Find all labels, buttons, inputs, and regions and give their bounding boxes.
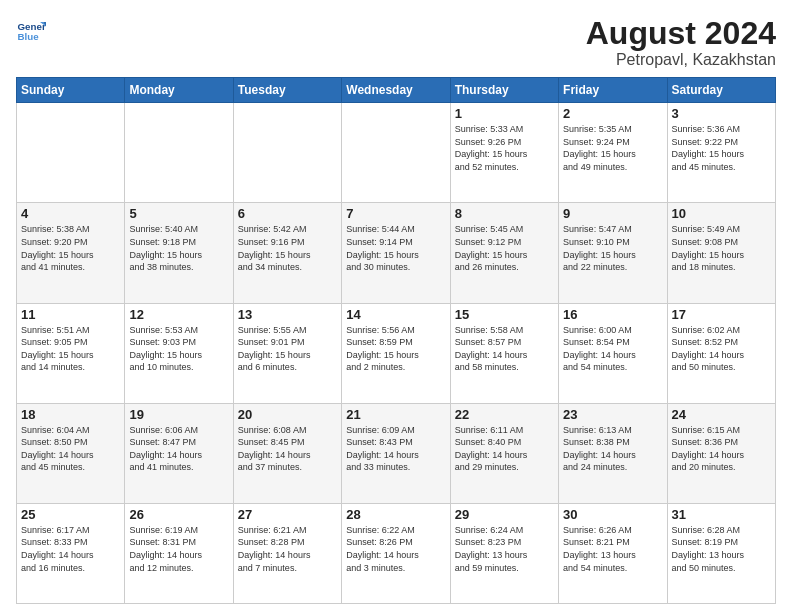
day-info: Sunrise: 5:44 AM Sunset: 9:14 PM Dayligh… xyxy=(346,223,445,273)
day-number: 25 xyxy=(21,507,120,522)
day-number: 26 xyxy=(129,507,228,522)
table-row: 19Sunrise: 6:06 AM Sunset: 8:47 PM Dayli… xyxy=(125,403,233,503)
day-number: 13 xyxy=(238,307,337,322)
day-info: Sunrise: 6:11 AM Sunset: 8:40 PM Dayligh… xyxy=(455,424,554,474)
day-number: 9 xyxy=(563,206,662,221)
day-info: Sunrise: 5:56 AM Sunset: 8:59 PM Dayligh… xyxy=(346,324,445,374)
table-row: 3Sunrise: 5:36 AM Sunset: 9:22 PM Daylig… xyxy=(667,103,775,203)
day-number: 12 xyxy=(129,307,228,322)
table-row: 16Sunrise: 6:00 AM Sunset: 8:54 PM Dayli… xyxy=(559,303,667,403)
day-info: Sunrise: 6:22 AM Sunset: 8:26 PM Dayligh… xyxy=(346,524,445,574)
day-number: 14 xyxy=(346,307,445,322)
day-number: 18 xyxy=(21,407,120,422)
col-tuesday: Tuesday xyxy=(233,78,341,103)
calendar-week-row: 25Sunrise: 6:17 AM Sunset: 8:33 PM Dayli… xyxy=(17,503,776,603)
day-number: 10 xyxy=(672,206,771,221)
day-number: 19 xyxy=(129,407,228,422)
col-friday: Friday xyxy=(559,78,667,103)
table-row: 8Sunrise: 5:45 AM Sunset: 9:12 PM Daylig… xyxy=(450,203,558,303)
title-area: August 2024 Petropavl, Kazakhstan xyxy=(586,16,776,69)
table-row: 24Sunrise: 6:15 AM Sunset: 8:36 PM Dayli… xyxy=(667,403,775,503)
page-subtitle: Petropavl, Kazakhstan xyxy=(586,51,776,69)
table-row: 7Sunrise: 5:44 AM Sunset: 9:14 PM Daylig… xyxy=(342,203,450,303)
day-number: 16 xyxy=(563,307,662,322)
day-info: Sunrise: 5:33 AM Sunset: 9:26 PM Dayligh… xyxy=(455,123,554,173)
day-number: 28 xyxy=(346,507,445,522)
col-sunday: Sunday xyxy=(17,78,125,103)
day-info: Sunrise: 6:00 AM Sunset: 8:54 PM Dayligh… xyxy=(563,324,662,374)
table-row: 9Sunrise: 5:47 AM Sunset: 9:10 PM Daylig… xyxy=(559,203,667,303)
table-row: 10Sunrise: 5:49 AM Sunset: 9:08 PM Dayli… xyxy=(667,203,775,303)
day-info: Sunrise: 6:24 AM Sunset: 8:23 PM Dayligh… xyxy=(455,524,554,574)
day-info: Sunrise: 6:13 AM Sunset: 8:38 PM Dayligh… xyxy=(563,424,662,474)
day-number: 31 xyxy=(672,507,771,522)
col-saturday: Saturday xyxy=(667,78,775,103)
day-number: 23 xyxy=(563,407,662,422)
table-row: 20Sunrise: 6:08 AM Sunset: 8:45 PM Dayli… xyxy=(233,403,341,503)
table-row: 29Sunrise: 6:24 AM Sunset: 8:23 PM Dayli… xyxy=(450,503,558,603)
day-info: Sunrise: 6:06 AM Sunset: 8:47 PM Dayligh… xyxy=(129,424,228,474)
day-info: Sunrise: 5:55 AM Sunset: 9:01 PM Dayligh… xyxy=(238,324,337,374)
table-row: 5Sunrise: 5:40 AM Sunset: 9:18 PM Daylig… xyxy=(125,203,233,303)
table-row: 21Sunrise: 6:09 AM Sunset: 8:43 PM Dayli… xyxy=(342,403,450,503)
table-row: 13Sunrise: 5:55 AM Sunset: 9:01 PM Dayli… xyxy=(233,303,341,403)
table-row: 4Sunrise: 5:38 AM Sunset: 9:20 PM Daylig… xyxy=(17,203,125,303)
table-row: 18Sunrise: 6:04 AM Sunset: 8:50 PM Dayli… xyxy=(17,403,125,503)
day-info: Sunrise: 6:26 AM Sunset: 8:21 PM Dayligh… xyxy=(563,524,662,574)
day-info: Sunrise: 6:08 AM Sunset: 8:45 PM Dayligh… xyxy=(238,424,337,474)
day-number: 4 xyxy=(21,206,120,221)
day-number: 6 xyxy=(238,206,337,221)
day-number: 22 xyxy=(455,407,554,422)
calendar-week-row: 4Sunrise: 5:38 AM Sunset: 9:20 PM Daylig… xyxy=(17,203,776,303)
day-number: 20 xyxy=(238,407,337,422)
day-info: Sunrise: 5:42 AM Sunset: 9:16 PM Dayligh… xyxy=(238,223,337,273)
calendar-week-row: 18Sunrise: 6:04 AM Sunset: 8:50 PM Dayli… xyxy=(17,403,776,503)
day-number: 3 xyxy=(672,106,771,121)
day-number: 5 xyxy=(129,206,228,221)
table-row: 15Sunrise: 5:58 AM Sunset: 8:57 PM Dayli… xyxy=(450,303,558,403)
day-info: Sunrise: 6:04 AM Sunset: 8:50 PM Dayligh… xyxy=(21,424,120,474)
day-number: 21 xyxy=(346,407,445,422)
calendar-week-row: 11Sunrise: 5:51 AM Sunset: 9:05 PM Dayli… xyxy=(17,303,776,403)
logo: General Blue xyxy=(16,16,46,46)
day-info: Sunrise: 5:51 AM Sunset: 9:05 PM Dayligh… xyxy=(21,324,120,374)
table-row: 28Sunrise: 6:22 AM Sunset: 8:26 PM Dayli… xyxy=(342,503,450,603)
day-info: Sunrise: 5:53 AM Sunset: 9:03 PM Dayligh… xyxy=(129,324,228,374)
table-row xyxy=(17,103,125,203)
calendar-week-row: 1Sunrise: 5:33 AM Sunset: 9:26 PM Daylig… xyxy=(17,103,776,203)
day-info: Sunrise: 5:47 AM Sunset: 9:10 PM Dayligh… xyxy=(563,223,662,273)
day-info: Sunrise: 5:36 AM Sunset: 9:22 PM Dayligh… xyxy=(672,123,771,173)
day-number: 17 xyxy=(672,307,771,322)
table-row: 30Sunrise: 6:26 AM Sunset: 8:21 PM Dayli… xyxy=(559,503,667,603)
day-info: Sunrise: 5:35 AM Sunset: 9:24 PM Dayligh… xyxy=(563,123,662,173)
logo-icon: General Blue xyxy=(16,16,46,46)
col-monday: Monday xyxy=(125,78,233,103)
table-row xyxy=(342,103,450,203)
day-info: Sunrise: 5:45 AM Sunset: 9:12 PM Dayligh… xyxy=(455,223,554,273)
day-info: Sunrise: 5:38 AM Sunset: 9:20 PM Dayligh… xyxy=(21,223,120,273)
page-title: August 2024 xyxy=(586,16,776,51)
day-info: Sunrise: 5:49 AM Sunset: 9:08 PM Dayligh… xyxy=(672,223,771,273)
table-row: 26Sunrise: 6:19 AM Sunset: 8:31 PM Dayli… xyxy=(125,503,233,603)
day-number: 8 xyxy=(455,206,554,221)
table-row: 23Sunrise: 6:13 AM Sunset: 8:38 PM Dayli… xyxy=(559,403,667,503)
table-row xyxy=(233,103,341,203)
day-number: 7 xyxy=(346,206,445,221)
day-info: Sunrise: 6:02 AM Sunset: 8:52 PM Dayligh… xyxy=(672,324,771,374)
table-row xyxy=(125,103,233,203)
table-row: 6Sunrise: 5:42 AM Sunset: 9:16 PM Daylig… xyxy=(233,203,341,303)
table-row: 17Sunrise: 6:02 AM Sunset: 8:52 PM Dayli… xyxy=(667,303,775,403)
day-number: 24 xyxy=(672,407,771,422)
page: General Blue August 2024 Petropavl, Kaza… xyxy=(0,0,792,612)
table-row: 27Sunrise: 6:21 AM Sunset: 8:28 PM Dayli… xyxy=(233,503,341,603)
day-info: Sunrise: 5:58 AM Sunset: 8:57 PM Dayligh… xyxy=(455,324,554,374)
table-row: 11Sunrise: 5:51 AM Sunset: 9:05 PM Dayli… xyxy=(17,303,125,403)
svg-text:Blue: Blue xyxy=(18,31,40,42)
col-wednesday: Wednesday xyxy=(342,78,450,103)
table-row: 1Sunrise: 5:33 AM Sunset: 9:26 PM Daylig… xyxy=(450,103,558,203)
day-number: 30 xyxy=(563,507,662,522)
day-info: Sunrise: 6:09 AM Sunset: 8:43 PM Dayligh… xyxy=(346,424,445,474)
col-thursday: Thursday xyxy=(450,78,558,103)
day-info: Sunrise: 6:15 AM Sunset: 8:36 PM Dayligh… xyxy=(672,424,771,474)
day-info: Sunrise: 5:40 AM Sunset: 9:18 PM Dayligh… xyxy=(129,223,228,273)
